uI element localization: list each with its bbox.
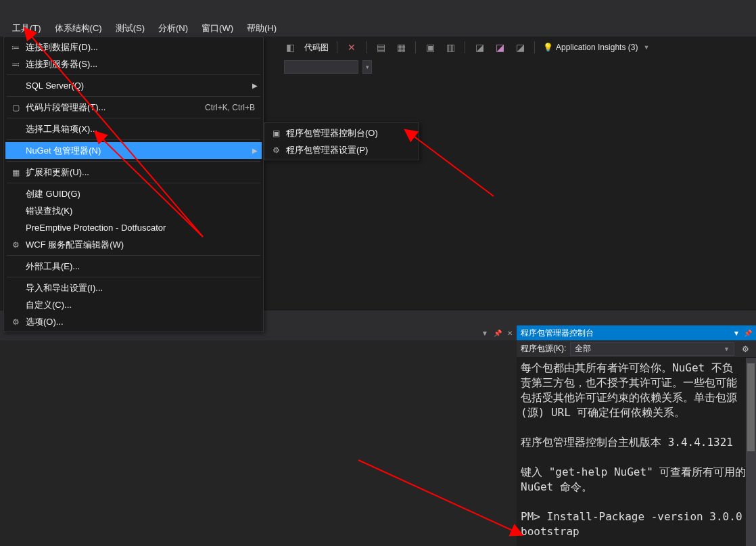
extension-icon: ▦	[8, 167, 23, 178]
database-icon: ≔	[8, 42, 23, 53]
menuitem-nuget[interactable]: NuGet 包管理器(N)▶	[5, 142, 262, 159]
bottom-left-panel: ▼ 📌 ✕	[0, 325, 517, 546]
separator	[415, 41, 416, 53]
scroll-thumb[interactable]	[747, 363, 755, 451]
gear-icon: ⚙	[268, 145, 283, 155]
flag-icon-3[interactable]: ◪	[514, 41, 526, 53]
settings-gear-icon[interactable]: ⚙	[738, 344, 752, 354]
menuitem-external-tools[interactable]: 外部工具(E)...	[5, 258, 262, 275]
nuget-submenu: ▣程序包管理器控制台(O) ⚙程序包管理器设置(P)	[264, 122, 419, 160]
menu-analyze[interactable]: 分析(N)	[151, 20, 195, 37]
menuitem-options[interactable]: ⚙选项(O)...	[5, 313, 262, 330]
codeview-icon[interactable]: ◧	[284, 41, 296, 53]
panel-title-text: 程序包管理器控制台	[521, 327, 594, 339]
menuitem-pm-settings[interactable]: ⚙程序包管理器设置(P)	[266, 141, 417, 158]
pin-icon[interactable]: 📌	[494, 329, 502, 337]
flag-icon-2[interactable]: ◪	[494, 41, 506, 53]
console-text: 程序包管理器控制台主机版本 3.4.4.1321	[521, 435, 752, 450]
toolbar-dropdown[interactable]	[284, 60, 358, 74]
tb-icon-1[interactable]: ✕	[346, 41, 358, 53]
separator	[7, 277, 260, 277]
gear-icon: ⚙	[8, 240, 23, 250]
menu-tools[interactable]: 工具(T)	[5, 20, 48, 37]
menuitem-import-export[interactable]: 导入和导出设置(I)...	[5, 279, 262, 296]
tb-icon-3[interactable]: ▦	[395, 41, 407, 53]
menu-test[interactable]: 测试(S)	[109, 20, 151, 37]
menuitem-error-lookup[interactable]: 错误查找(K)	[5, 202, 262, 219]
insights-label[interactable]: Application Insights (3)	[556, 43, 638, 52]
scrollbar[interactable]	[746, 358, 756, 546]
menu-window[interactable]: 窗口(W)	[195, 20, 240, 37]
gear-icon: ⚙	[8, 317, 23, 327]
separator	[7, 183, 260, 183]
server-icon: ≕	[8, 59, 23, 70]
toolbar: ◧ 代码图 ✕ ▤ ▦ ▣ ▥ ◪ ◪ ◪ 💡Application Insig…	[284, 38, 749, 57]
menuitem-create-guid[interactable]: 创建 GUID(G)	[5, 185, 262, 202]
second-toolbar: ▾	[284, 60, 372, 74]
submenu-arrow-icon: ▶	[251, 82, 258, 89]
panel-title: 程序包管理器控制台 ▼ 📌	[517, 325, 756, 340]
dropdown-arrow-icon[interactable]: ▼	[481, 329, 488, 337]
flag-icon[interactable]: ◪	[473, 41, 486, 53]
toolbar-dropdown-arrow[interactable]: ▾	[362, 60, 372, 74]
dropdown-arrow-icon[interactable]: ▼	[733, 329, 740, 337]
dropdown-arrow-icon[interactable]: ▼	[643, 44, 649, 51]
separator	[7, 74, 260, 75]
console-prompt[interactable]: PM> Install-Package -version 3.0.0 boots…	[521, 509, 752, 539]
menu-help[interactable]: 帮助(H)	[240, 20, 283, 37]
menuitem-connect-database[interactable]: ≔连接到数据库(D)...	[5, 39, 262, 55]
menuitem-extensions[interactable]: ▦扩展和更新(U)...	[5, 164, 262, 181]
codeview-label[interactable]: 代码图	[304, 42, 329, 53]
tools-menu-dropdown: ≔连接到数据库(D)... ≕连接到服务器(S)... SQL Server(Q…	[3, 37, 264, 332]
chevron-down-icon: ▼	[724, 346, 730, 352]
separator	[7, 161, 260, 162]
separator	[7, 139, 260, 140]
package-source-dropdown[interactable]: 全部 ▼	[570, 342, 734, 356]
console-output[interactable]: 每个包都由其所有者许可给你。NuGet 不负责第三方包，也不授予其许可证。一些包…	[517, 358, 756, 546]
package-source-label: 程序包源(K):	[521, 343, 566, 355]
tb-icon-4[interactable]: ▣	[424, 41, 436, 53]
menu-architecture[interactable]: 体系结构(C)	[48, 20, 109, 37]
separator	[7, 118, 260, 118]
separator	[465, 41, 465, 53]
menuitem-snippet-manager[interactable]: ▢代码片段管理器(T)...Ctrl+K, Ctrl+B	[5, 99, 262, 116]
separator	[366, 41, 367, 53]
menuitem-wcf-editor[interactable]: ⚙WCF 服务配置编辑器(W)	[5, 236, 262, 253]
tb-icon-5[interactable]: ▥	[444, 41, 456, 53]
separator	[337, 41, 337, 53]
menuitem-customize[interactable]: 自定义(C)...	[5, 296, 262, 313]
separator	[534, 41, 535, 53]
terminal-icon: ▣	[268, 129, 283, 138]
tb-icon-2[interactable]: ▤	[375, 41, 387, 53]
menuitem-sqlserver[interactable]: SQL Server(Q)▶	[5, 77, 262, 94]
console-text: 键入 "get-help NuGet" 可查看所有可用的 NuGet 命令。	[521, 465, 752, 495]
menubar: 工具(T) 体系结构(C) 测试(S) 分析(N) 窗口(W) 帮助(H)	[0, 20, 756, 37]
separator	[7, 96, 260, 97]
close-icon[interactable]: ✕	[507, 329, 513, 337]
pin-icon[interactable]: 📌	[744, 329, 752, 337]
package-manager-console-panel: 程序包管理器控制台 ▼ 📌 程序包源(K): 全部 ▼ ⚙ 每个包都由其所有者许…	[517, 325, 756, 546]
menuitem-dotfuscator[interactable]: PreEmptive Protection - Dotfuscator	[5, 219, 262, 236]
square-icon: ▢	[8, 102, 23, 113]
package-source-row: 程序包源(K): 全部 ▼ ⚙	[517, 340, 756, 358]
menuitem-pm-console[interactable]: ▣程序包管理器控制台(O)	[266, 124, 417, 141]
menuitem-connect-server[interactable]: ≕连接到服务器(S)...	[5, 55, 262, 72]
lightbulb-icon: 💡	[543, 43, 553, 52]
console-text: 每个包都由其所有者许可给你。NuGet 不负责第三方包，也不授予其许可证。一些包…	[521, 361, 752, 420]
separator	[7, 255, 260, 256]
menuitem-choose-toolbox[interactable]: 选择工具箱项(X)...	[5, 120, 262, 137]
submenu-arrow-icon: ▶	[251, 147, 258, 154]
